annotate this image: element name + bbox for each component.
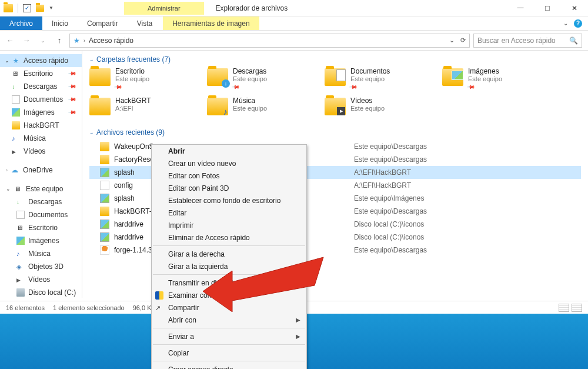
- sidebar-this-pc[interactable]: ⌄ Este equipo: [0, 182, 82, 195]
- app-icon: [4, 4, 13, 12]
- folder-location: Este equipo: [350, 105, 385, 112]
- tab-file[interactable]: Archivo: [0, 16, 42, 30]
- frequent-folder-item[interactable]: Escritorio Este equipo 📌: [89, 67, 207, 91]
- window-controls: [507, 0, 588, 16]
- context-menu-item[interactable]: Editar: [152, 207, 306, 219]
- sidebar-quick-access[interactable]: ⌄ ★ Acceso rápido: [0, 54, 82, 67]
- chevron-down-icon[interactable]: ⌄: [89, 56, 94, 62]
- details-view-icon[interactable]: [559, 304, 569, 312]
- frequent-folders-header[interactable]: ⌄ Carpetas frecuentes (7): [89, 55, 581, 64]
- sidebar-item[interactable]: Vídeos: [0, 273, 82, 286]
- sidebar-item-label: Escritorio: [28, 224, 58, 232]
- folder-icon: [207, 68, 228, 86]
- sidebar-item[interactable]: Documentos📌: [0, 93, 82, 106]
- recent-files-header[interactable]: ⌄ Archivos recientes (9): [89, 128, 581, 137]
- sidebar-item[interactable]: Objetos 3D: [0, 260, 82, 273]
- pin-icon: 📌: [114, 83, 123, 92]
- context-menu-item[interactable]: Girar a la izquierda: [152, 260, 306, 272]
- file-path: Disco local (C:)\iconos: [354, 220, 424, 228]
- context-menu-item[interactable]: Establecer como fondo de escritorio: [152, 194, 306, 207]
- sidebar-item[interactable]: Imágenes: [0, 234, 82, 247]
- tab-share[interactable]: Compartir: [78, 16, 128, 30]
- context-menu-item[interactable]: Transmitir en disposi▶: [152, 277, 306, 289]
- context-menu-item[interactable]: Abrir: [152, 145, 306, 157]
- minimize-button[interactable]: [507, 0, 534, 16]
- sidebar-onedrive[interactable]: › OneDrive: [0, 164, 82, 177]
- context-menu-item[interactable]: Crear acceso directo: [152, 363, 306, 369]
- frequent-folder-item[interactable]: Música Este equipo: [207, 97, 325, 120]
- frequent-folder-item[interactable]: Vídeos Este equipo: [325, 97, 442, 120]
- search-placeholder: Buscar en Acceso rápido: [477, 36, 556, 45]
- context-menu-item[interactable]: Compartir: [152, 301, 306, 314]
- sidebar-item[interactable]: HackBGRT: [0, 119, 82, 132]
- sidebar-item-label: Música: [24, 134, 46, 142]
- help-icon[interactable]: ?: [574, 19, 582, 28]
- folder-icon: [16, 275, 25, 284]
- context-menu-item[interactable]: Girar a la derecha: [152, 248, 306, 260]
- quick-access-toolbar: ✓ ▼: [0, 4, 54, 13]
- sidebar-item[interactable]: Disco local (C:): [0, 286, 82, 298]
- ribbon-collapse-icon[interactable]: ⌄: [563, 20, 568, 26]
- tab-view[interactable]: Vista: [128, 16, 162, 30]
- maximize-button[interactable]: [534, 0, 561, 16]
- tab-home[interactable]: Inicio: [42, 16, 78, 30]
- address-input[interactable]: ★ › Acceso rápido ⌄ ⟳: [69, 34, 470, 48]
- sidebar-item[interactable]: Música: [0, 132, 82, 145]
- context-menu-item[interactable]: Editar con Paint 3D: [152, 182, 306, 194]
- file-path: Disco local (C:)\iconos: [354, 233, 424, 241]
- sidebar-item[interactable]: Escritorio: [0, 221, 82, 234]
- menu-separator: [153, 274, 305, 275]
- up-button[interactable]: ↑: [53, 34, 66, 47]
- address-dropdown: ⌄ ⟳: [449, 36, 466, 44]
- large-icons-view-icon[interactable]: [572, 304, 582, 312]
- frequent-folder-item[interactable]: Documentos Este equipo 📌: [325, 67, 442, 91]
- folder-icon: [12, 134, 20, 142]
- chevron-down-icon[interactable]: ⌄: [6, 186, 11, 192]
- sidebar-item[interactable]: Descargas📌: [0, 80, 82, 93]
- manage-contextual-tab[interactable]: Administrar: [124, 2, 204, 15]
- context-menu-item[interactable]: Examinar con Wi nder...: [152, 289, 306, 301]
- status-item-count: 16 elementos: [6, 304, 45, 311]
- context-menu-item[interactable]: Editar con Fotos: [152, 169, 306, 182]
- context-menu-item[interactable]: Crear un vídeo nuevo: [152, 157, 306, 169]
- pin-icon: 📌: [68, 95, 77, 104]
- sidebar-item[interactable]: Documentos: [0, 208, 82, 221]
- folder-icon: [16, 224, 25, 232]
- frequent-folder-item[interactable]: HackBGRT A:\EFI: [89, 97, 207, 120]
- frequent-folder-item[interactable]: Imágenes Este equipo 📌: [442, 67, 560, 91]
- context-menu-item[interactable]: Copiar: [152, 347, 306, 359]
- search-icon[interactable]: 🔍: [569, 36, 578, 45]
- chevron-right-icon[interactable]: ›: [6, 167, 8, 173]
- breadcrumb-arrow-icon[interactable]: ›: [83, 38, 85, 44]
- menu-item-icon: [155, 291, 163, 300]
- chevron-down-icon[interactable]: ⌄: [89, 129, 94, 135]
- sidebar-item[interactable]: Vídeos: [0, 145, 82, 158]
- frequent-folder-item[interactable]: Descargas Este equipo 📌: [207, 67, 325, 91]
- qat-separator: [18, 4, 18, 13]
- context-menu-item[interactable]: Abrir con▶: [152, 314, 306, 326]
- breadcrumb-path[interactable]: Acceso rápido: [89, 36, 133, 45]
- tab-image-tools[interactable]: Herramientas de imagen: [163, 16, 259, 30]
- search-input[interactable]: Buscar en Acceso rápido 🔍: [473, 34, 582, 48]
- context-menu-item[interactable]: Eliminar de Acceso rápido: [152, 231, 306, 244]
- menu-item-label: Abrir con: [168, 316, 196, 324]
- sidebar-item[interactable]: Escritorio📌: [0, 67, 82, 80]
- context-menu-item[interactable]: Imprimir: [152, 219, 306, 231]
- refresh-icon[interactable]: ⟳: [460, 36, 466, 44]
- address-dropdown-icon[interactable]: ⌄: [449, 36, 455, 44]
- chevron-down-icon[interactable]: ⌄: [5, 58, 9, 64]
- sidebar-item[interactable]: Imágenes📌: [0, 106, 82, 119]
- sidebar-item[interactable]: Descargas: [0, 195, 82, 208]
- new-folder-icon[interactable]: [36, 5, 44, 12]
- forward-button[interactable]: →: [20, 34, 33, 47]
- qat-dropdown-icon[interactable]: ▼: [49, 5, 54, 11]
- sidebar-item[interactable]: Música: [0, 247, 82, 260]
- recent-locations-icon[interactable]: ⌄: [36, 34, 49, 47]
- back-button[interactable]: ←: [4, 34, 16, 47]
- pin-icon: 📌: [232, 83, 240, 92]
- file-icon: [100, 142, 109, 151]
- context-menu-item[interactable]: Enviar a▶: [152, 330, 306, 343]
- properties-icon[interactable]: ✓: [23, 4, 31, 12]
- close-button[interactable]: [561, 0, 588, 16]
- file-icon: [100, 155, 109, 164]
